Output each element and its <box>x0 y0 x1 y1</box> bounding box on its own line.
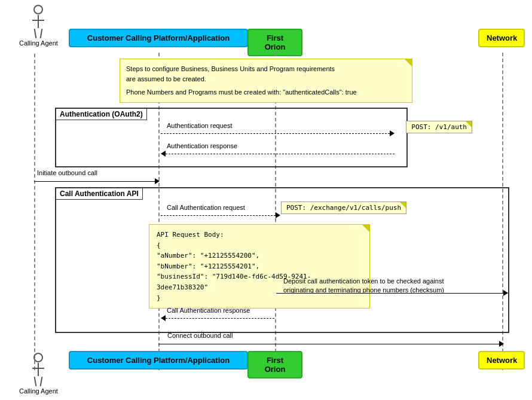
api-body-line4: "bNumber": "+12125554201", <box>157 261 362 272</box>
auth-response-arrow <box>161 149 395 158</box>
agent-head-top <box>33 5 43 14</box>
sequence-diagram: Calling Agent Customer Calling Platform/… <box>0 0 532 400</box>
auth-request-line <box>161 133 390 134</box>
auth-frame: Authentication (OAuth2) Authentication r… <box>55 108 408 167</box>
prereq-note: Steps to configure Business, Business Un… <box>120 59 412 103</box>
auth-response-arrowhead <box>161 151 166 157</box>
auth-frame-label: Authentication (OAuth2) <box>56 108 147 120</box>
prereq-line1: Steps to configure Business, Business Un… <box>126 64 406 74</box>
api-body-line2: { <box>157 240 362 251</box>
auth-endpoint-label: POST: /v1/auth <box>411 123 467 131</box>
call-auth-frame: Call Authentication API Call Authenticat… <box>55 187 509 333</box>
prereq-line4: Phone Numbers and Programs must be creat… <box>126 87 406 97</box>
prereq-line2: are assumed to be created. <box>126 74 406 84</box>
call-auth-response-arrowhead <box>161 315 166 321</box>
agent-body-top <box>19 14 58 38</box>
auth-endpoint-box: POST: /v1/auth <box>406 121 472 133</box>
call-auth-request-arrow <box>161 211 280 219</box>
connect-call-arrowhead <box>499 341 504 347</box>
auth-request-arrow <box>161 129 395 138</box>
api-body-line3: "aNumber": "+12125554200", <box>157 251 362 261</box>
call-auth-response-line <box>166 318 274 319</box>
connect-call-arrow <box>158 340 504 348</box>
api-body-line1: API Request Body: <box>157 230 362 240</box>
initiate-call-label: Initiate outbound call <box>37 169 97 176</box>
initiate-call-arrowhead <box>155 178 160 184</box>
first-orion-box-bottom: First Orion <box>247 351 302 378</box>
customer-platform-box-bottom: Customer Calling Platform/Application <box>69 351 248 370</box>
initiate-call-line <box>34 181 155 182</box>
call-auth-response-arrow <box>161 314 274 322</box>
call-push-endpoint-box: POST: /exchange/v1/calls/push <box>281 201 406 214</box>
api-body-corner <box>362 225 369 232</box>
calling-agent-bottom: Calling Agent <box>19 353 58 395</box>
calling-agent-lifeline <box>34 54 35 370</box>
auth-request-label: Authentication request <box>167 122 232 129</box>
call-auth-request-arrowhead <box>276 212 280 218</box>
call-push-endpoint-label: POST: /exchange/v1/calls/push <box>286 204 401 212</box>
calling-agent-bottom-label: Calling Agent <box>19 387 58 395</box>
deposit-token-label: Deposit call authentication token to be … <box>283 277 505 295</box>
agent-body-bottom <box>19 362 58 386</box>
customer-platform-box-top: Customer Calling Platform/Application <box>69 29 248 47</box>
auth-response-line <box>166 154 395 154</box>
call-auth-request-line <box>161 215 276 216</box>
connect-call-label: Connect outbound call <box>167 332 233 339</box>
network-box-top: Network <box>478 29 525 47</box>
calling-agent-top: Calling Agent <box>19 5 58 47</box>
network-box-bottom: Network <box>478 351 525 370</box>
calling-agent-top-label: Calling Agent <box>19 39 58 47</box>
connect-call-line <box>158 344 499 344</box>
auth-request-arrowhead <box>390 130 395 136</box>
auth-response-label: Authentication response <box>167 142 237 149</box>
call-auth-request-label: Call Authentication request <box>167 204 245 211</box>
call-auth-response-label: Call Authentication response <box>167 307 250 314</box>
agent-head-bottom <box>33 353 43 362</box>
call-auth-frame-label: Call Authentication API <box>56 188 143 200</box>
initiate-call-arrow <box>34 177 160 185</box>
